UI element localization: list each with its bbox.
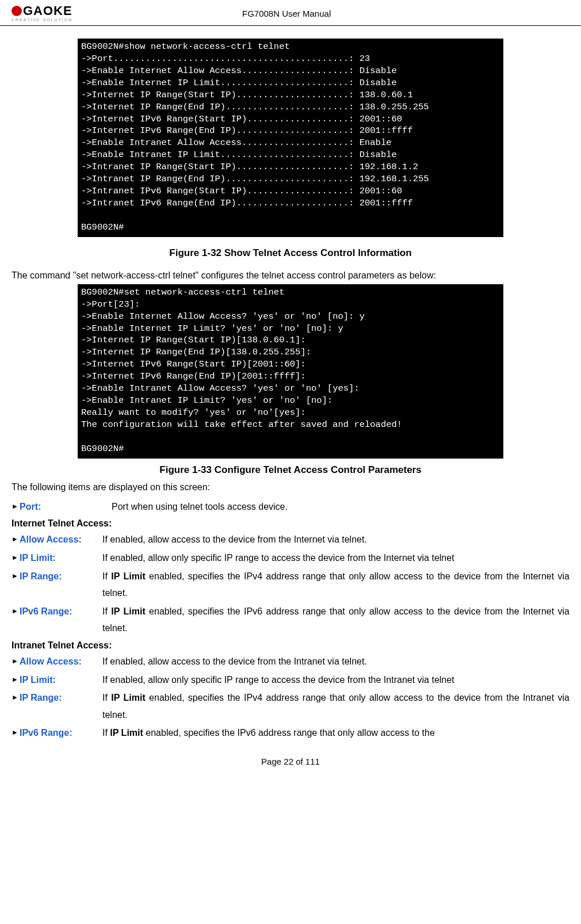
text-bold: IP Limit (111, 693, 145, 702)
param-intranet-ip-limit: ► IP Limit: If enabled, allow only speci… (12, 671, 569, 689)
param-text: If enabled, allow only specific IP range… (102, 549, 569, 567)
param-text: If IP Limit enabled, specifies the IPv4 … (102, 568, 569, 602)
bullet-icon: ► (12, 603, 20, 617)
param-label: IP Limit: (20, 549, 102, 567)
text-prefix: If (102, 606, 111, 616)
param-text: If enabled, allow only specific IP range… (102, 671, 569, 689)
logo-text-main: GAOKE (23, 5, 72, 17)
page-footer: Page 22 of 111 (12, 757, 569, 766)
text-suffix: enabled, specifies the IPv6 address rang… (102, 606, 569, 633)
param-intranet-ipv6-range: ► IPv6 Range: If IP Limit enabled, speci… (12, 724, 569, 742)
param-label: Allow Access: (20, 653, 102, 670)
figure-caption-1-33: Figure 1-33 Configure Telnet Access Cont… (12, 464, 569, 476)
param-text: If enabled, allow access to the device f… (102, 653, 569, 670)
param-text: Port when using telnet tools access devi… (112, 498, 569, 516)
param-intranet-ip-range: ► IP Range: If IP Limit enabled, specifi… (12, 689, 569, 723)
text-prefix: If (102, 693, 111, 702)
param-text: If enabled, allow access to the device f… (102, 531, 569, 548)
param-label: Port: (20, 498, 112, 516)
terminal-set-output: BG9002N#set network-access-ctrl telnet -… (78, 284, 503, 459)
bullet-icon: ► (12, 531, 20, 545)
param-label: Allow Access: (20, 531, 102, 548)
doc-title: FG7008N User Manual (72, 9, 569, 18)
logo-text: GAOKE (12, 5, 72, 17)
param-label: IP Range: (20, 568, 102, 585)
text-suffix: enabled, specifies the IPv4 address rang… (102, 571, 569, 598)
text-prefix: If (102, 571, 111, 581)
intro-set-command: The command "set network-access-ctrl tel… (12, 270, 569, 281)
text-bold: IP Limit (111, 571, 145, 581)
param-label: IPv6 Range: (20, 603, 102, 620)
section-intranet-head: Intranet Telnet Access: (12, 640, 569, 651)
bullet-icon: ► (12, 689, 20, 704)
text-bold: IP Limit (111, 606, 145, 616)
param-intranet-allow-access: ► Allow Access: If enabled, allow access… (12, 653, 569, 670)
param-internet-allow-access: ► Allow Access: If enabled, allow access… (12, 531, 569, 548)
param-internet-ipv6-range: ► IPv6 Range: If IP Limit enabled, speci… (12, 603, 569, 637)
param-internet-ip-range: ► IP Range: If IP Limit enabled, specifi… (12, 568, 569, 602)
param-internet-ip-limit: ► IP Limit: If enabled, allow only speci… (12, 549, 569, 567)
bullet-icon: ► (12, 498, 20, 513)
param-text: If IP Limit enabled, specifies the IPv6 … (102, 603, 569, 637)
param-label: IPv6 Range: (20, 724, 102, 742)
page-header: GAOKE CREATIVE SOLUTION FG7008N User Man… (0, 0, 581, 26)
param-label: IP Range: (20, 689, 102, 707)
bullet-icon: ► (12, 653, 20, 667)
logo-tagline: CREATIVE SOLUTION (12, 18, 72, 22)
param-text: If IP Limit enabled, specifies the IPv4 … (102, 689, 569, 723)
figure-caption-1-32: Figure 1-32 Show Telnet Access Control I… (12, 247, 569, 259)
text-suffix: enabled, specifies the IPv4 address rang… (102, 693, 569, 720)
text-suffix: enabled, specifies the IPv6 address rang… (143, 728, 435, 738)
text-bold: IP Limit (110, 728, 143, 738)
bullet-icon: ► (12, 549, 20, 564)
logo-icon (12, 6, 22, 16)
logo: GAOKE CREATIVE SOLUTION (12, 5, 72, 22)
param-port: ► Port: Port when using telnet tools acc… (12, 498, 569, 516)
bullet-icon: ► (12, 724, 20, 739)
terminal-show-output: BG9002N#show network-access-ctrl telnet … (78, 39, 503, 237)
bullet-icon: ► (12, 671, 20, 686)
param-label: IP Limit: (20, 671, 102, 689)
text-prefix: If (102, 728, 110, 738)
bullet-icon: ► (12, 568, 20, 582)
param-text: If IP Limit enabled, specifies the IPv6 … (102, 724, 569, 742)
section-internet-head: Internet Telnet Access: (12, 518, 569, 529)
intro-items: The following items are displayed on thi… (12, 479, 569, 495)
